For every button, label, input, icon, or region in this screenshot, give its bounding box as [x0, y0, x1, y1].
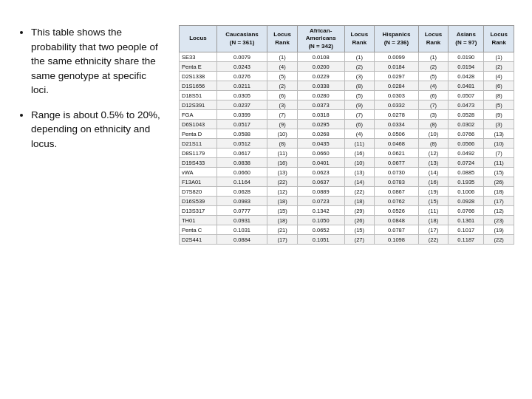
- table-cell-r2-c0: D2S1338: [180, 72, 217, 81]
- table-cell-r6-c4: (7): [344, 110, 375, 120]
- table-row: SE330.0079(1)0.0108(1)0.0099(1)0.0190(1): [180, 52, 514, 62]
- table-cell-r11-c0: D19S433: [180, 158, 217, 168]
- table-header-8: Locus Rank: [484, 26, 514, 52]
- table-cell-r5-c3: 0.0373: [297, 100, 344, 110]
- table-cell-r11-c6: (13): [418, 158, 449, 168]
- table-cell-r7-c2: (9): [267, 120, 298, 129]
- table-cell-r7-c6: (8): [418, 120, 449, 129]
- table-cell-r1-c2: (4): [267, 62, 298, 72]
- table-cell-r3-c1: 0.0211: [216, 81, 267, 91]
- table-cell-r5-c2: (3): [267, 100, 298, 110]
- table-row: D19S4330.0838(16)0.0401(10)0.0677(13)0.0…: [180, 158, 514, 168]
- table-cell-r1-c8: (2): [484, 62, 514, 72]
- table-cell-r13-c1: 0.1164: [216, 177, 267, 187]
- table-cell-r14-c8: (18): [484, 187, 514, 197]
- table-row: D21S110.0512(8)0.0435(11)0.0468(8)0.0566…: [180, 139, 514, 149]
- table-cell-r14-c1: 0.0628: [216, 187, 267, 197]
- table-row: vWA0.0660(13)0.0623(13)0.0730(14)0.0885(…: [180, 168, 514, 177]
- table-cell-r10-c4: (16): [344, 149, 375, 158]
- table-cell-r18-c7: 0.1017: [449, 225, 484, 235]
- table-cell-r0-c0: SE33: [180, 52, 217, 62]
- table-cell-r11-c1: 0.0838: [216, 158, 267, 168]
- table-cell-r14-c0: D7S820: [180, 187, 217, 197]
- table-cell-r16-c1: 0.0777: [216, 206, 267, 216]
- table-cell-r10-c6: (12): [418, 149, 449, 158]
- table-cell-r1-c1: 0.0243: [216, 62, 267, 72]
- table-cell-r9-c0: D21S11: [180, 139, 217, 149]
- table-cell-r12-c6: (14): [418, 168, 449, 177]
- table-row: D13S3170.0777(15)0.1342(29)0.0526(11)0.0…: [180, 206, 514, 216]
- table-cell-r12-c0: vWA: [180, 168, 217, 177]
- table-cell-r3-c4: (8): [344, 81, 375, 91]
- table-cell-r7-c8: (3): [484, 120, 514, 129]
- table-cell-r17-c0: TH01: [180, 216, 217, 225]
- table-cell-r16-c5: 0.0526: [375, 206, 419, 216]
- table-cell-r19-c1: 0.0884: [216, 235, 267, 245]
- table-cell-r15-c6: (15): [418, 197, 449, 206]
- table-header-0: Locus: [180, 26, 217, 52]
- table-cell-r6-c7: 0.0528: [449, 110, 484, 120]
- table-row: Penta C0.1031(21)0.0652(15)0.0787(17)0.1…: [180, 225, 514, 235]
- table-cell-r13-c7: 0.1935: [449, 177, 484, 187]
- table-row: TH010.0931(18)0.1050(26)0.0848(18)0.1361…: [180, 216, 514, 225]
- table-cell-r2-c4: (3): [344, 72, 375, 81]
- table-cell-r4-c8: (8): [484, 91, 514, 100]
- table-cell-r17-c1: 0.0931: [216, 216, 267, 225]
- table-cell-r7-c7: 0.0302: [449, 120, 484, 129]
- table-cell-r4-c5: 0.0303: [375, 91, 419, 100]
- data-table-wrapper: LocusCaucasians (N = 361)Locus RankAfric…: [179, 25, 514, 245]
- table-cell-r12-c4: (13): [344, 168, 375, 177]
- table-cell-r7-c4: (6): [344, 120, 375, 129]
- table-cell-r12-c7: 0.0885: [449, 168, 484, 177]
- table-cell-r12-c3: 0.0623: [297, 168, 344, 177]
- table-cell-r2-c5: 0.0297: [375, 72, 419, 81]
- table-row: D16S5390.0983(18)0.0723(18)0.0762(15)0.0…: [180, 197, 514, 206]
- table-cell-r2-c8: (4): [484, 72, 514, 81]
- table-cell-r17-c7: 0.1361: [449, 216, 484, 225]
- table-cell-r5-c7: 0.0473: [449, 100, 484, 110]
- table-cell-r4-c2: (6): [267, 91, 298, 100]
- table-cell-r10-c1: 0.0617: [216, 149, 267, 158]
- table-cell-r16-c0: D13S317: [180, 206, 217, 216]
- table-cell-r1-c3: 0.0200: [297, 62, 344, 72]
- table-cell-r16-c4: (29): [344, 206, 375, 216]
- table-cell-r10-c0: D8S1179: [180, 149, 217, 158]
- table-cell-r15-c1: 0.0983: [216, 197, 267, 206]
- table-row: D2S13380.0276(5)0.0229(3)0.0297(5)0.0428…: [180, 72, 514, 81]
- table-cell-r6-c5: 0.0278: [375, 110, 419, 120]
- table-cell-r4-c6: (6): [418, 91, 449, 100]
- table-cell-r11-c2: (16): [267, 158, 298, 168]
- table-cell-r0-c4: (1): [344, 52, 375, 62]
- table-cell-r19-c4: (27): [344, 235, 375, 245]
- table-cell-r5-c1: 0.0237: [216, 100, 267, 110]
- table-header-2: Locus Rank: [267, 26, 298, 52]
- table-cell-r4-c7: 0.0507: [449, 91, 484, 100]
- table-row: FGA0.0399(7)0.0318(7)0.0278(3)0.0528(9): [180, 110, 514, 120]
- table-cell-r3-c8: (6): [484, 81, 514, 91]
- table-cell-r10-c3: 0.0660: [297, 149, 344, 158]
- table-cell-r1-c4: (2): [344, 62, 375, 72]
- table-cell-r6-c0: FGA: [180, 110, 217, 120]
- table-cell-r4-c0: D18S51: [180, 91, 217, 100]
- table-cell-r9-c3: 0.0435: [297, 139, 344, 149]
- table-row: Penta E0.0243(4)0.0200(2)0.0184(2)0.0194…: [180, 62, 514, 72]
- table-header-3: African- Americans (N = 342): [297, 26, 344, 52]
- table-cell-r13-c3: 0.0637: [297, 177, 344, 187]
- table-cell-r0-c8: (1): [484, 52, 514, 62]
- table-cell-r2-c6: (5): [418, 72, 449, 81]
- table-cell-r10-c2: (11): [267, 149, 298, 158]
- table-cell-r5-c0: D12S391: [180, 100, 217, 110]
- table-cell-r7-c5: 0.0334: [375, 120, 419, 129]
- table-cell-r0-c7: 0.0190: [449, 52, 484, 62]
- table-cell-r5-c5: 0.0332: [375, 100, 419, 110]
- table-row: D6S10430.0517(9)0.0295(6)0.0334(8)0.0302…: [180, 120, 514, 129]
- table-cell-r14-c5: 0.0867: [375, 187, 419, 197]
- table-cell-r9-c6: (8): [418, 139, 449, 149]
- table-cell-r18-c2: (21): [267, 225, 298, 235]
- table-cell-r12-c5: 0.0730: [375, 168, 419, 177]
- table-header-5: Hispanics (N = 236): [375, 26, 419, 52]
- bullet-list: This table shows the probability that tw…: [18, 25, 166, 162]
- table-cell-r16-c3: 0.1342: [297, 206, 344, 216]
- table-cell-r10-c7: 0.0492: [449, 149, 484, 158]
- table-cell-r10-c5: 0.0621: [375, 149, 419, 158]
